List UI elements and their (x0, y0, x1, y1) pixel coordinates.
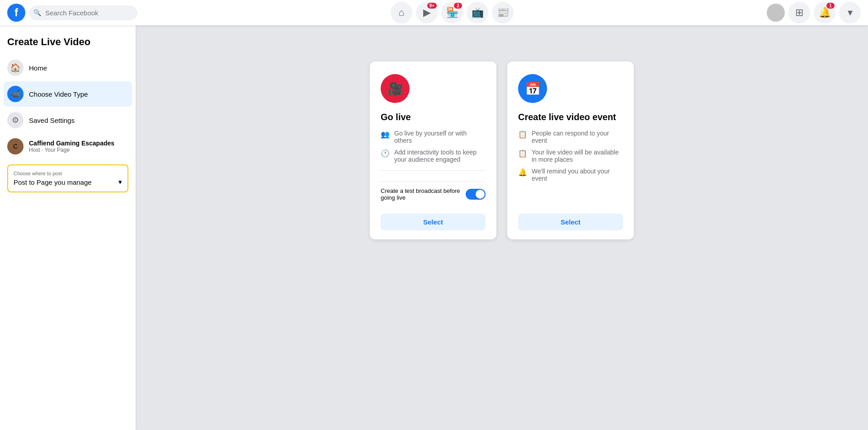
marketplace-nav-button[interactable]: 🏪 2 (441, 2, 463, 23)
go-live-card: 🎥 Go live 👥 Go live by yourself or with … (370, 61, 496, 239)
toggle-knob (476, 190, 485, 199)
dropdown-value: Post to Page you manage ▾ (14, 178, 122, 186)
search-input[interactable] (29, 5, 137, 20)
go-live-select-button[interactable]: Select (381, 214, 486, 230)
available-icon: 📋 (518, 149, 527, 158)
video-nav-button[interactable]: ▶ 9+ (416, 2, 438, 23)
sidebar-item-choose-video-type[interactable]: 📹 Choose Video Type (4, 81, 132, 107)
go-live-icon: 🎥 (381, 74, 410, 103)
page-role: Host · Your Page (29, 147, 114, 153)
live-event-feature-3-text: We'll remind you about your event (532, 168, 623, 182)
sidebar-page-item[interactable]: C Caffiend Gaming Escapades Host · Your … (4, 134, 132, 159)
sidebar-item-home[interactable]: 🏠 Home (4, 55, 132, 80)
page-avatar: C (7, 138, 24, 154)
dropdown-chevron-icon: ▾ (118, 178, 122, 186)
marketplace-badge: 2 (454, 3, 462, 9)
clock-icon: 🕐 (381, 149, 390, 158)
sidebar-item-video-type-label: Choose Video Type (29, 90, 88, 98)
remind-icon: 🔔 (518, 168, 527, 177)
watch-nav-button[interactable]: 📺 (467, 2, 488, 23)
settings-sidebar-icon: ⚙ (7, 112, 24, 128)
search-icon: 🔍 (33, 9, 41, 16)
sidebar-item-home-label: Home (29, 64, 47, 72)
notifications-button[interactable]: 🔔 1 (814, 2, 835, 23)
grid-menu-button[interactable]: ⊞ (788, 2, 810, 23)
test-broadcast-toggle[interactable] (466, 189, 486, 200)
user-avatar-button[interactable] (767, 4, 785, 22)
live-event-feature-1: 📋 People can respond to your event (518, 130, 623, 144)
go-live-feature-1: 👥 Go live by yourself or with others (381, 130, 486, 144)
nav-center: ⌂ ▶ 9+ 🏪 2 📺 📰 (391, 2, 514, 23)
go-live-features: 👥 Go live by yourself or with others 🕐 A… (381, 130, 486, 163)
home-nav-button[interactable]: ⌂ (391, 2, 412, 23)
live-event-title: Create live video event (518, 112, 623, 122)
cards-container: 🎥 Go live 👥 Go live by yourself or with … (370, 61, 634, 239)
card-divider (381, 170, 486, 171)
live-event-card: 📅 Create live video event 📋 People can r… (507, 61, 634, 239)
toggle-row: Create a test broadcast before going liv… (381, 182, 486, 206)
dropdown-label: Choose where to post (14, 171, 122, 176)
top-navigation: f 🔍 ⌂ ▶ 9+ 🏪 2 📺 📰 ⊞ 🔔 1 ▾ (0, 0, 868, 25)
live-event-features: 📋 People can respond to your event 📋 You… (518, 130, 623, 206)
video-badge: 9+ (427, 3, 437, 9)
news-nav-button[interactable]: 📰 (492, 2, 514, 23)
choose-where-dropdown[interactable]: Choose where to post Post to Page you ma… (7, 164, 128, 192)
search-wrapper: 🔍 (29, 5, 137, 20)
live-event-feature-2: 📋 Your live video will be available in m… (518, 149, 623, 163)
home-sidebar-icon: 🏠 (7, 60, 24, 76)
nav-right: ⊞ 🔔 1 ▾ (767, 2, 861, 23)
live-event-select-button[interactable]: Select (518, 214, 623, 230)
facebook-logo[interactable]: f (7, 4, 25, 22)
toggle-label: Create a test broadcast before going liv… (381, 187, 466, 201)
go-live-feature-1-text: Go live by yourself or with others (394, 130, 486, 144)
go-live-feature-2-text: Add interactivity tools to keep your aud… (394, 149, 486, 163)
nav-left: f 🔍 (7, 4, 137, 22)
sidebar-title: Create Live Video (4, 33, 132, 55)
live-event-feature-1-text: People can respond to your event (532, 130, 623, 144)
respond-icon: 📋 (518, 130, 527, 139)
page-info: Caffiend Gaming Escapades Host · Your Pa… (29, 140, 114, 153)
main-content: 🎥 Go live 👥 Go live by yourself or with … (136, 25, 868, 430)
live-event-feature-3: 🔔 We'll remind you about your event (518, 168, 623, 182)
live-event-feature-2-text: Your live video will be available in mor… (532, 149, 623, 163)
sidebar: Create Live Video 🏠 Home 📹 Choose Video … (0, 25, 136, 430)
live-event-icon: 📅 (518, 74, 547, 103)
sidebar-item-saved-settings[interactable]: ⚙ Saved Settings (4, 108, 132, 133)
notifications-badge: 1 (826, 3, 835, 9)
video-type-sidebar-icon: 📹 (7, 86, 24, 102)
page-name: Caffiend Gaming Escapades (29, 140, 114, 147)
people-icon: 👥 (381, 130, 390, 139)
go-live-title: Go live (381, 112, 486, 122)
sidebar-item-saved-settings-label: Saved Settings (29, 117, 75, 124)
go-live-feature-2: 🕐 Add interactivity tools to keep your a… (381, 149, 486, 163)
account-menu-button[interactable]: ▾ (839, 2, 861, 23)
